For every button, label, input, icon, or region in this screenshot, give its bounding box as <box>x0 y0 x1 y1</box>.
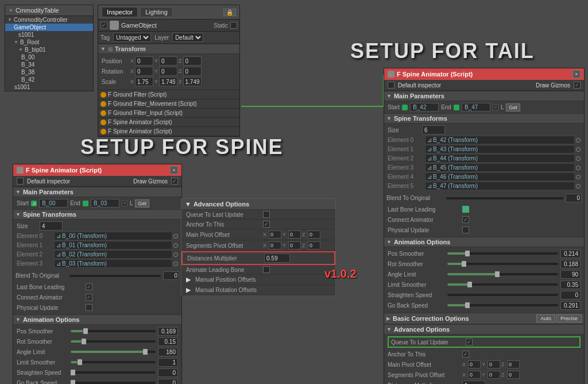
hierarchy-item[interactable]: B_42 <box>5 76 93 83</box>
auto-button[interactable]: Auto <box>536 314 555 322</box>
size-input[interactable]: 4 <box>40 221 63 231</box>
animate-leading-checkbox[interactable] <box>263 266 270 273</box>
get-button[interactable]: Get <box>135 199 149 208</box>
element-circle[interactable] <box>173 252 178 257</box>
right-size-input[interactable] <box>422 125 445 135</box>
right-anim-header[interactable]: ▼ Animation Options <box>384 237 584 247</box>
blend-slider[interactable] <box>69 275 161 277</box>
element-circle[interactable] <box>576 175 581 179</box>
main-pivot-x[interactable] <box>269 231 281 239</box>
right-start-value[interactable]: B_42 <box>410 103 439 112</box>
close-icon[interactable]: × <box>170 166 178 174</box>
right-main-pivot-x[interactable] <box>468 360 481 368</box>
go-back-slider[interactable] <box>71 382 156 384</box>
last-bone-checkbox[interactable] <box>86 283 92 290</box>
right-seg-pivot-y[interactable] <box>488 371 500 379</box>
lock-icon[interactable]: 🔒 <box>223 9 236 16</box>
right-blend-slider[interactable] <box>446 197 563 199</box>
connect-animator-checkbox[interactable] <box>86 294 92 301</box>
draw-gizmos-checkbox[interactable] <box>171 178 178 185</box>
right-pos-smoother-slider[interactable] <box>447 252 558 255</box>
position-x[interactable] <box>135 56 153 66</box>
right-rot-smoother-slider[interactable] <box>447 263 558 265</box>
precise-button[interactable]: Precise <box>556 314 582 322</box>
rotation-z[interactable] <box>183 67 202 76</box>
element-circle[interactable] <box>173 262 178 266</box>
straighten-slider[interactable] <box>71 371 156 374</box>
right-radio-btn[interactable]: ○ <box>493 105 498 110</box>
right-go-back-slider[interactable] <box>447 304 558 306</box>
main-params-header[interactable]: ▼ Main Parameters <box>13 187 181 197</box>
right-adv-header[interactable]: ▼ Advanced Options <box>384 324 584 335</box>
blend-value[interactable] <box>163 271 179 280</box>
position-z[interactable] <box>183 56 202 66</box>
spine-transforms-header[interactable]: ▼ Spine Transforms <box>13 209 181 220</box>
right-seg-pivot-z[interactable] <box>507 371 520 379</box>
element-circle[interactable] <box>576 156 581 161</box>
radio-btn[interactable]: ○ <box>122 201 127 206</box>
queue-checkbox[interactable] <box>263 211 270 218</box>
right-physical-checkbox[interactable] <box>462 226 469 233</box>
main-pivot-z[interactable] <box>308 231 320 239</box>
element-circle[interactable] <box>576 138 581 143</box>
hierarchy-item[interactable]: ▼ B_Root <box>5 39 93 46</box>
right-main-params-header[interactable]: ▼ Main Parameters <box>384 91 584 101</box>
right-main-pivot-z[interactable] <box>507 360 520 368</box>
tag-select[interactable]: Untagged <box>113 33 151 42</box>
lighting-tab[interactable]: Lighting <box>140 7 173 17</box>
manual-pos-row[interactable]: ▶ Manual Position Offsets <box>181 275 335 285</box>
rotation-x[interactable] <box>135 67 153 76</box>
right-blend-value[interactable] <box>566 194 582 202</box>
right-get-button[interactable]: Get <box>506 103 520 112</box>
right-connect-checkbox[interactable] <box>462 216 469 223</box>
transform-section-header[interactable]: ▼ ⊞ Transform <box>98 44 239 54</box>
manual-rot-row[interactable]: ▶ Manual Rotation Offsets <box>181 285 335 295</box>
right-seg-pivot-x[interactable] <box>468 371 481 379</box>
hierarchy-item[interactable]: ▼ B_bip01 <box>5 46 93 53</box>
right-queue-checkbox[interactable] <box>466 339 473 345</box>
anim-options-header[interactable]: ▼ Animation Options <box>13 314 181 325</box>
scale-y[interactable] <box>159 77 177 86</box>
right-anchor-checkbox[interactable] <box>462 351 469 358</box>
anchor-checkbox[interactable] <box>263 221 270 228</box>
right-angle-slider[interactable] <box>447 273 558 275</box>
distances-input[interactable]: 0.59 <box>264 254 290 263</box>
right-draw-gizmos-checkbox[interactable] <box>574 82 581 89</box>
element-circle[interactable] <box>173 234 178 239</box>
basic-correction-header[interactable]: ▶ Basic Correction Options Auto Precise <box>384 313 584 324</box>
end-value[interactable]: B_03 <box>91 199 119 208</box>
element-circle[interactable] <box>576 166 581 170</box>
right-end-value[interactable]: B_47 <box>462 103 490 112</box>
hierarchy-item[interactable]: s1001 <box>5 31 93 39</box>
pos-smoother-slider[interactable] <box>71 330 156 332</box>
limit-smoother-slider[interactable] <box>71 361 156 363</box>
hierarchy-item-selected[interactable]: GameObject <box>5 24 93 31</box>
element-circle[interactable] <box>576 147 581 152</box>
right-spine-transforms-header[interactable]: ▼ Spine Transforms <box>384 113 584 124</box>
right-limit-smoother-slider[interactable] <box>447 283 558 286</box>
inspector-tab[interactable]: Inspector <box>102 7 138 17</box>
rotation-y[interactable] <box>159 67 177 76</box>
right-distances-input[interactable] <box>462 381 485 384</box>
start-value[interactable]: B_00 <box>39 199 68 208</box>
angle-limit-slider[interactable] <box>71 351 156 353</box>
right-straighten-slider[interactable] <box>447 294 558 296</box>
gameobject-checkbox[interactable] <box>100 22 107 29</box>
hierarchy-item[interactable]: B_38 <box>5 68 93 76</box>
right-main-pivot-y[interactable] <box>488 360 500 368</box>
element-circle[interactable] <box>173 243 178 248</box>
rot-smoother-slider[interactable] <box>71 340 156 343</box>
right-last-bone-checkbox[interactable] <box>462 206 469 213</box>
physical-update-checkbox[interactable] <box>86 304 92 311</box>
close-icon[interactable]: × <box>572 70 581 78</box>
layer-select[interactable]: Default <box>172 33 203 42</box>
scale-z[interactable] <box>183 77 202 86</box>
right-default-checkbox[interactable] <box>388 82 394 89</box>
seg-pivot-z[interactable] <box>308 241 320 249</box>
hierarchy-item[interactable]: s1001 <box>5 83 93 91</box>
default-inspector-checkbox[interactable] <box>17 178 24 185</box>
main-pivot-y[interactable] <box>288 231 301 239</box>
scale-x[interactable] <box>135 77 153 86</box>
static-checkbox[interactable] <box>230 22 237 29</box>
seg-pivot-x[interactable] <box>269 241 281 249</box>
